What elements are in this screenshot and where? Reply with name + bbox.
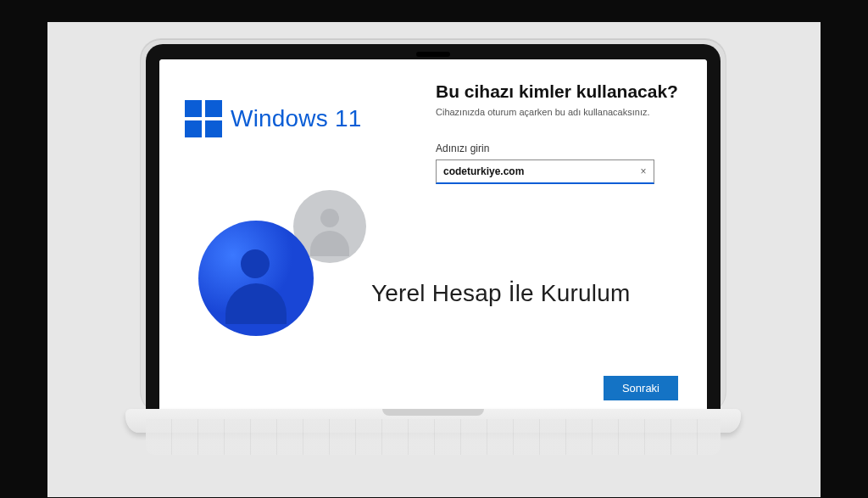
name-field-label: Adınızı girin	[436, 143, 687, 154]
windows-logo-icon	[185, 100, 222, 137]
photo-stage: Windows 11 Bu cihazı kimler kullanacak? …	[47, 22, 821, 497]
laptop-bezel: Windows 11 Bu cihazı kimler kullanacak? …	[146, 44, 721, 433]
product-name: Windows 11	[231, 105, 362, 132]
next-button[interactable]: Sonraki	[604, 376, 678, 400]
name-input[interactable]	[442, 165, 635, 178]
laptop-keyboard	[146, 419, 721, 455]
windows-brand: Windows 11	[185, 100, 362, 137]
account-name-form: Bu cihazı kimler kullanacak? Cihazınızda…	[436, 81, 687, 184]
clear-input-icon[interactable]: ×	[637, 165, 650, 178]
avatar-primary-icon	[198, 221, 314, 336]
oobe-screen: Windows 11 Bu cihazı kimler kullanacak? …	[159, 59, 707, 419]
user-avatar-illustration	[198, 190, 368, 360]
name-field-wrapper: ×	[436, 159, 654, 184]
laptop-mockup: Windows 11 Bu cihazı kimler kullanacak? …	[141, 39, 726, 446]
overlay-caption: Yerel Hesap İle Kurulum	[371, 280, 631, 307]
camera-notch	[416, 52, 450, 57]
setup-heading: Bu cihazı kimler kullanacak?	[436, 81, 687, 102]
laptop-hinge-notch	[382, 409, 484, 416]
laptop-screen: Windows 11 Bu cihazı kimler kullanacak? …	[159, 59, 707, 419]
setup-subtitle: Cihazınızda oturum açarken bu adı kullan…	[436, 107, 687, 117]
